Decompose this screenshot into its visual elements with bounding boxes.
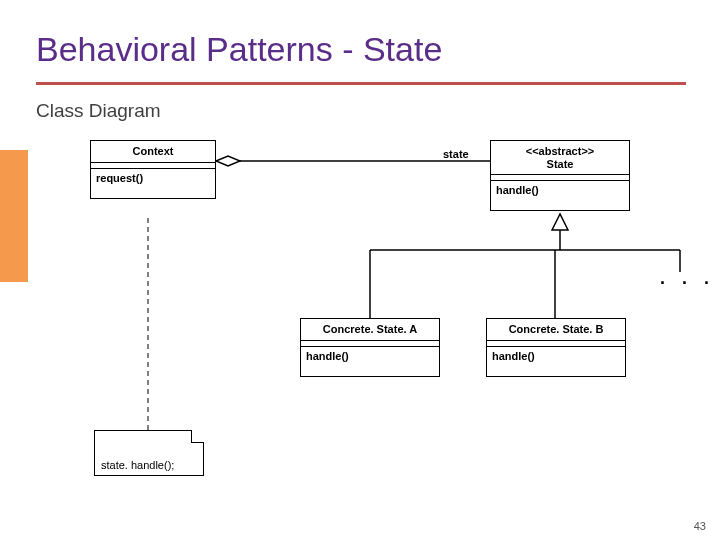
note-fold-icon xyxy=(191,430,204,443)
class-stereotype: <<abstract>> xyxy=(526,145,595,157)
class-name: Context xyxy=(91,141,215,163)
class-state: <<abstract>> State handle() xyxy=(490,140,630,211)
class-name: Concrete. State. B xyxy=(487,319,625,341)
side-accent-bar xyxy=(0,150,28,282)
class-context: Context request() xyxy=(90,140,216,199)
class-name: Concrete. State. A xyxy=(301,319,439,341)
note-state-handle: state. handle(); xyxy=(94,430,204,476)
slide-title: Behavioral Patterns - State xyxy=(36,30,442,69)
svg-marker-1 xyxy=(216,156,240,166)
ellipsis-icon: . . . xyxy=(660,268,715,289)
slide-subtitle: Class Diagram xyxy=(36,100,161,122)
class-name: <<abstract>> State xyxy=(491,141,629,175)
class-operation: handle() xyxy=(487,347,625,376)
class-concretestate-b: Concrete. State. B handle() xyxy=(486,318,626,377)
title-underline xyxy=(36,82,686,85)
association-label-state: state xyxy=(443,148,469,160)
page-number: 43 xyxy=(694,520,706,532)
class-operation: request() xyxy=(91,169,215,198)
class-operation: handle() xyxy=(301,347,439,376)
note-text: state. handle(); xyxy=(101,459,174,471)
svg-marker-3 xyxy=(552,214,568,230)
class-operation: handle() xyxy=(491,181,629,210)
class-concretestate-a: Concrete. State. A handle() xyxy=(300,318,440,377)
class-name-text: State xyxy=(547,158,574,170)
